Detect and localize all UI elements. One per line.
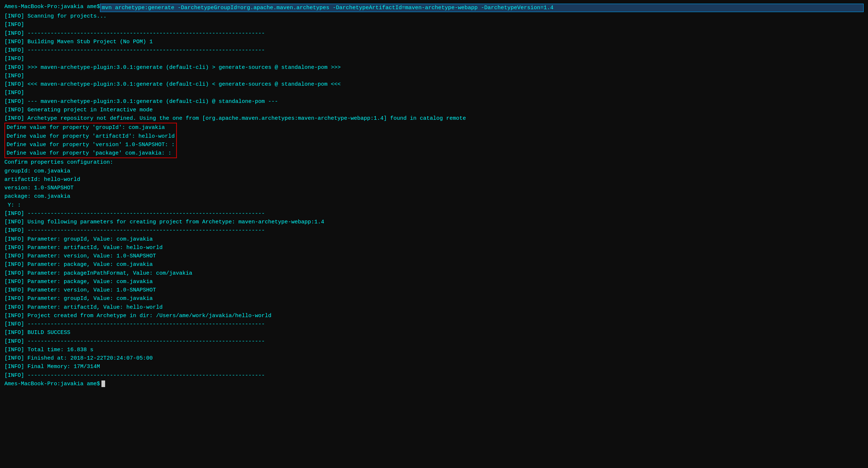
line2-11: [INFO] Parameter: version, Value: 1.0-SN… xyxy=(4,252,864,260)
line-10: [INFO] --- maven-archetype-plugin:3.0.1:… xyxy=(4,97,864,106)
bottom-prompt-line[interactable]: Ames-MacBook-Pro:javakia ame$ xyxy=(4,380,864,388)
line2-20: [INFO] BUILD SUCCESS xyxy=(4,328,864,337)
line2-23: [INFO] Finished at: 2018-12-22T20:24:07-… xyxy=(4,354,864,363)
command-line-1: Ames-MacBook-Pro:javakia ame$ mvn archet… xyxy=(4,4,864,12)
line-5: [INFO] xyxy=(4,55,864,63)
line2-3: version: 1.0-SNAPSHOT xyxy=(4,184,864,192)
line2-1: groupId: com.javakia xyxy=(4,167,864,175)
line-1: [INFO] xyxy=(4,21,864,29)
line2-24: [INFO] Final Memory: 17M/314M xyxy=(4,363,864,371)
info-lines-before: [INFO] Scanning for projects... [INFO] [… xyxy=(4,12,864,123)
line2-19: [INFO] ---------------------------------… xyxy=(4,320,864,328)
line2-4: package: com.javakia xyxy=(4,192,864,201)
command-text-1: mvn archetype:generate -DarchetypeGroupI… xyxy=(100,4,864,12)
line2-12: [INFO] Parameter: package, Value: com.ja… xyxy=(4,260,864,269)
line-12: [INFO] Archetype repository not defined.… xyxy=(4,114,864,123)
info-lines-after: Confirm properties configuration: groupI… xyxy=(4,158,864,380)
line2-7: [INFO] Using following parameters for cr… xyxy=(4,218,864,226)
line2-6: [INFO] ---------------------------------… xyxy=(4,209,864,218)
highlighted-line-2: Define value for property 'version' 1.0-… xyxy=(7,141,175,149)
line2-2: artifactId: hello-world xyxy=(4,175,864,184)
prompt-2: Ames-MacBook-Pro:javakia ame$ xyxy=(4,380,100,388)
line2-5: Y: : xyxy=(4,201,864,209)
line2-16: [INFO] Parameter: groupId, Value: com.ja… xyxy=(4,294,864,303)
line2-15: [INFO] Parameter: version, Value: 1.0-SN… xyxy=(4,286,864,294)
terminal-window: Ames-MacBook-Pro:javakia ame$ mvn archet… xyxy=(0,0,868,468)
cursor xyxy=(101,380,105,387)
line2-21: [INFO] ---------------------------------… xyxy=(4,337,864,346)
line-2: [INFO] ---------------------------------… xyxy=(4,29,864,38)
line2-8: [INFO] ---------------------------------… xyxy=(4,226,864,235)
line-7: [INFO] xyxy=(4,72,864,80)
line2-14: [INFO] Parameter: package, Value: com.ja… xyxy=(4,278,864,286)
line2-13: [INFO] Parameter: packageInPathFormat, V… xyxy=(4,269,864,278)
line-6: [INFO] >>> maven-archetype-plugin:3.0.1:… xyxy=(4,63,864,72)
highlighted-properties-block: Define value for property 'groupId': com… xyxy=(4,123,177,158)
line2-22: [INFO] Total time: 16.838 s xyxy=(4,346,864,354)
prompt-1: Ames-MacBook-Pro:javakia ame$ xyxy=(4,4,100,10)
highlighted-line-3: Define value for property 'package' com.… xyxy=(7,149,175,157)
line2-25: [INFO] ---------------------------------… xyxy=(4,371,864,380)
line2-18: [INFO] Project created from Archetype in… xyxy=(4,312,864,320)
highlighted-line-0: Define value for property 'groupId': com… xyxy=(7,123,175,132)
line2-10: [INFO] Parameter: artifactId, Value: hel… xyxy=(4,244,864,252)
line-4: [INFO] ---------------------------------… xyxy=(4,46,864,55)
line2-0: Confirm properties configuration: xyxy=(4,158,864,167)
line-3: [INFO] Building Maven Stub Project (No P… xyxy=(4,38,864,46)
line2-9: [INFO] Parameter: groupId, Value: com.ja… xyxy=(4,235,864,244)
line2-17: [INFO] Parameter: artifactId, Value: hel… xyxy=(4,303,864,312)
line-8: [INFO] <<< maven-archetype-plugin:3.0.1:… xyxy=(4,80,864,89)
line-11: [INFO] Generating project in Interactive… xyxy=(4,106,864,114)
highlighted-line-1: Define value for property 'artifactId': … xyxy=(7,132,175,141)
line-9: [INFO] xyxy=(4,89,864,97)
line-0: [INFO] Scanning for projects... xyxy=(4,12,864,21)
